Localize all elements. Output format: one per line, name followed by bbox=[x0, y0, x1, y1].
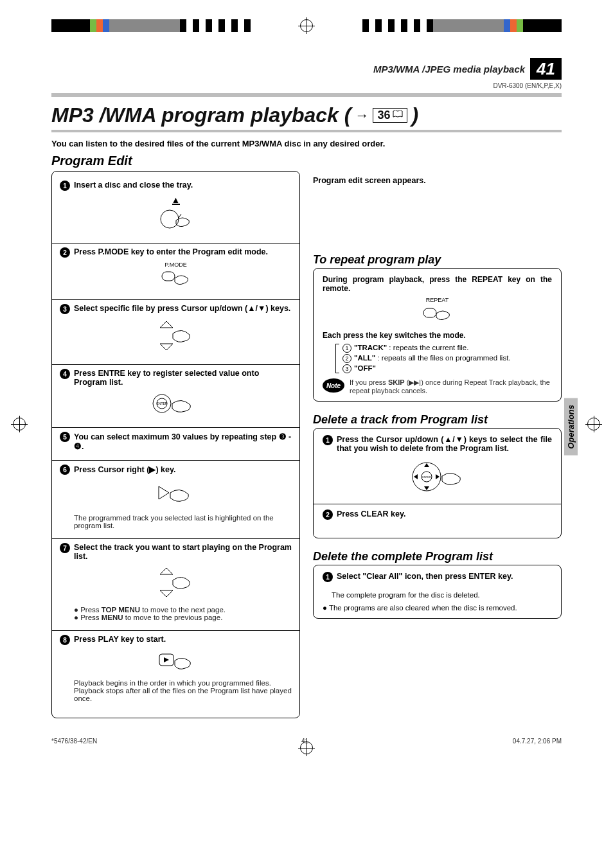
eject-symbol: ▲ bbox=[60, 195, 292, 205]
program-edit-heading: Program Edit bbox=[51, 154, 562, 168]
model-code: DVR-6300 (EN/K,P,E,X) bbox=[51, 82, 562, 89]
repeat-heading: To repeat program play bbox=[313, 253, 562, 267]
step-1-text: Insert a disc and close the tray. bbox=[74, 181, 292, 190]
page-number-badge: 41 bbox=[530, 58, 562, 80]
delete-all-panel: 1Select "Clear All" icon, then press ENT… bbox=[313, 565, 562, 619]
step-7-bullet-1: Press TOP MENU to move to the next page. bbox=[74, 606, 292, 614]
mode-track: 1"TRACK" : repeats the current file. bbox=[342, 344, 552, 353]
svg-rect-1 bbox=[162, 272, 175, 281]
step-6-text: Press Cursor right (▶) key. bbox=[74, 465, 292, 474]
delete-all-heading: Delete the complete Program list bbox=[313, 550, 562, 563]
svg-text:ENTER: ENTER bbox=[156, 402, 167, 405]
repeat-panel: During program playback, press the REPEA… bbox=[313, 268, 562, 402]
note-text: If you press SKIP (▶▶|) once during Repe… bbox=[350, 378, 552, 394]
pmode-label: P.MODE bbox=[60, 261, 292, 268]
cursor-pad-icon: ENTER bbox=[409, 457, 466, 497]
remote-press-icon bbox=[420, 303, 455, 325]
switch-mode-line: Each press the key switches the mode. bbox=[323, 331, 552, 340]
step-8-text: Press PLAY key to start. bbox=[74, 635, 292, 644]
delete-track-step1: Press the Cursor up/down (▲/▼) keys to s… bbox=[337, 435, 552, 453]
cursor-up-down-icon bbox=[154, 565, 199, 600]
enter-key-icon: ENTER bbox=[150, 391, 202, 416]
svg-point-0 bbox=[161, 210, 179, 228]
page-title: MP3 /WMA program playback ( → 36 ) bbox=[51, 103, 562, 132]
remote-press-icon bbox=[157, 206, 195, 232]
step-7-bullet-2: Press MENU to move to the previous page. bbox=[74, 614, 292, 621]
delete-track-step2: Press CLEAR key. bbox=[337, 509, 552, 518]
step-8-note: Playback begins in the order in which yo… bbox=[74, 679, 292, 702]
remote-press-icon bbox=[158, 268, 193, 288]
step-5-text: You can select maximum 30 values by repe… bbox=[74, 432, 292, 451]
xref-arrow-icon: → bbox=[355, 107, 369, 124]
program-edit-screen-appears: Program edit screen appears. bbox=[313, 176, 562, 185]
repeat-label: REPEAT bbox=[323, 297, 552, 303]
xref-page-box: 36 bbox=[373, 108, 407, 123]
delete-all-bullet: ● The programs are also cleared when the… bbox=[323, 604, 552, 612]
header-separator bbox=[51, 93, 562, 97]
mode-off: 3"OFF" bbox=[342, 364, 552, 373]
cursor-up-down-icon bbox=[154, 318, 199, 353]
note-badge: Note bbox=[323, 378, 344, 393]
svg-text:ENTER: ENTER bbox=[422, 475, 431, 479]
step-3-text: Select specific file by press Cursor up/… bbox=[74, 304, 292, 313]
registration-mark-bottom bbox=[300, 741, 313, 754]
cursor-right-icon bbox=[154, 479, 199, 508]
category-label: MP3/WMA /JPEG media playback bbox=[373, 64, 525, 75]
delete-track-panel: 1Press the Cursor up/down (▲/▼) keys to … bbox=[313, 428, 562, 538]
program-edit-panel: 1Insert a disc and close the tray. ▲ 2Pr… bbox=[51, 171, 300, 718]
mode-all: 2"ALL" : repeats all the files on progra… bbox=[342, 354, 552, 363]
step-2-text: Press P.MODE key to enter the Program ed… bbox=[74, 247, 292, 256]
intro-text: You can listen to the desired files of t… bbox=[51, 139, 562, 148]
play-key-icon bbox=[157, 649, 195, 673]
delete-track-heading: Delete a track from Program list bbox=[313, 413, 562, 427]
step-6-note: The programmed track you selected last i… bbox=[74, 514, 292, 529]
delete-all-step1: Select "Clear All" icon, then press ENTE… bbox=[337, 572, 552, 581]
delete-all-note: The complete program for the disc is del… bbox=[332, 591, 552, 599]
svg-rect-6 bbox=[423, 308, 436, 317]
repeat-instruction: During program playback, press the REPEA… bbox=[323, 275, 552, 293]
step-4-text: Press ENTRE key to register selected val… bbox=[74, 369, 292, 387]
book-icon bbox=[393, 110, 403, 121]
step-7-text: Select the track you want to start playi… bbox=[74, 543, 292, 561]
